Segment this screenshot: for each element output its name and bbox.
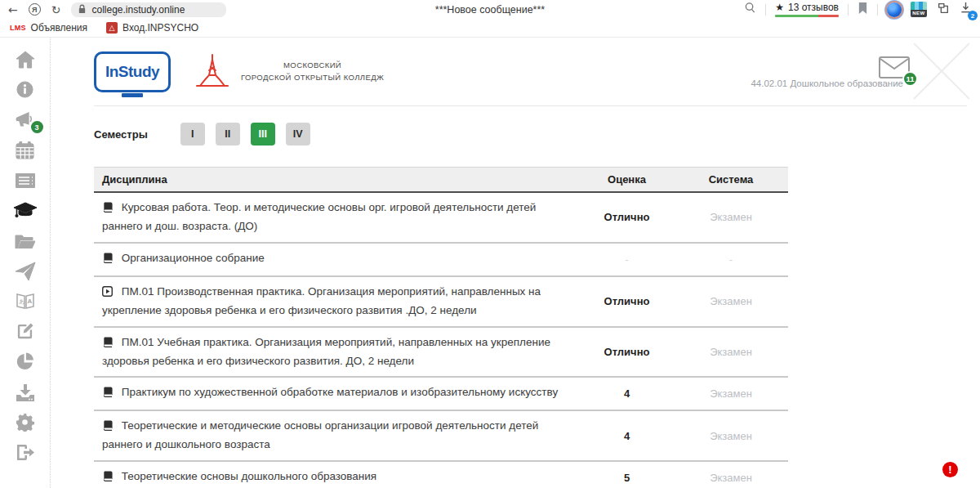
grade-cell: Отлично — [580, 204, 674, 230]
college-tower-icon — [192, 51, 233, 92]
sidebar-nav: 3 あA — [0, 38, 51, 488]
sidebar-item-info[interactable] — [13, 81, 38, 101]
refresh-button[interactable]: ↻ — [51, 4, 61, 16]
system-cell: Экзамен — [674, 289, 788, 314]
paper-plane-icon — [15, 262, 36, 284]
dictionary-icon: あA — [16, 293, 35, 314]
table-row[interactable]: Практикум по художественной обработке ма… — [94, 378, 788, 411]
program-label: 44.02.01 Дошкольное образование — [751, 78, 903, 88]
grade-cell: 5 — [580, 465, 674, 488]
book-icon — [102, 470, 113, 487]
toolbar-right: ★ 13 отзывов NEW 2 — [739, 2, 972, 18]
bookmarks-bar: LMS Объявления △ Вход.INPSYCHO — [0, 19, 980, 38]
svg-text:A: A — [27, 298, 32, 305]
close-icon[interactable] — [911, 41, 972, 101]
book-icon — [102, 336, 113, 353]
discipline-name: Курсовая работа. Теор. и методические ос… — [102, 201, 536, 232]
inpsycho-favicon: △ — [106, 22, 118, 34]
table-row[interactable]: Курсовая работа. Теор. и методические ос… — [94, 193, 788, 244]
system-cell: Экзамен — [674, 381, 788, 406]
discipline-cell: Курсовая работа. Теор. и методические ос… — [94, 193, 580, 242]
bookmark-lms[interactable]: LMS Объявления — [10, 22, 87, 34]
reviews-rating-bar — [775, 15, 839, 17]
extension-new-icon[interactable]: NEW — [911, 2, 927, 17]
sidebar-item-grades[interactable] — [13, 202, 38, 222]
edit-icon — [16, 322, 34, 344]
system-cell: Экзамен — [674, 204, 788, 230]
discipline-cell: Теоретические основы дошкольного образов… — [94, 462, 580, 488]
site-reviews-button[interactable]: ★ 13 отзывов — [775, 2, 839, 17]
address-bar[interactable]: college.instudy.online — [71, 2, 226, 17]
bookmark-label: Вход.INPSYCHO — [122, 22, 198, 34]
sidebar-item-settings[interactable] — [13, 414, 38, 434]
grade-cell: - — [580, 247, 674, 272]
star-icon: ★ — [775, 2, 784, 13]
alert-icon[interactable]: ! — [942, 462, 958, 477]
semester-button-I[interactable]: I — [180, 123, 205, 146]
pie-chart-icon — [16, 352, 34, 374]
semester-button-III[interactable]: III — [251, 123, 275, 146]
divider — [765, 4, 766, 16]
book-icon — [102, 419, 113, 437]
sidebar-item-announcements[interactable]: 3 — [13, 111, 38, 132]
collections-icon[interactable] — [936, 2, 951, 18]
instudy-logo-stand — [122, 93, 143, 97]
bookmark-label: Объявления — [31, 22, 87, 34]
discipline-cell: ПМ.01 Учебная практика. Организация меро… — [94, 328, 580, 377]
sidebar-item-messages[interactable] — [13, 262, 38, 283]
grade-cell: Отлично — [580, 339, 674, 365]
graduation-cap-icon — [13, 201, 38, 224]
table-row[interactable]: ПМ.01 Учебная практика. Организация меро… — [94, 328, 788, 378]
college-name-line1: МОСКОВСКИЙ — [241, 60, 384, 71]
announcements-badge: 3 — [31, 121, 43, 133]
discipline-cell: Практикум по художественной обработке ма… — [94, 378, 580, 410]
sidebar-item-downloads[interactable] — [13, 383, 38, 404]
semester-button-IV[interactable]: IV — [286, 123, 310, 146]
header-grade: Оценка — [580, 168, 674, 191]
semester-button-II[interactable]: II — [216, 123, 240, 146]
browser-toolbar: ← Я ↻ college.instudy.online ***Новое со… — [0, 0, 980, 19]
back-button[interactable]: ← — [8, 4, 18, 16]
download-tray-icon — [16, 383, 35, 405]
book-icon — [102, 201, 113, 218]
search-icon[interactable] — [744, 2, 756, 17]
header-system: Система — [674, 168, 788, 191]
extension-art — [911, 2, 927, 10]
bookmark-flag-icon[interactable] — [858, 2, 868, 18]
sidebar-item-translate[interactable]: あA — [13, 293, 38, 313]
sidebar-item-calendar[interactable] — [13, 141, 38, 162]
sidebar-item-statistics[interactable] — [13, 353, 38, 374]
semester-switcher: Семестры IIIIIIIV — [94, 123, 980, 146]
divider — [877, 4, 878, 16]
system-cell: Экзамен — [674, 465, 788, 488]
play-icon — [102, 285, 113, 302]
downloads-badge: 2 — [968, 11, 978, 20]
page-header: InStudy МОСКОВСКИЙ ГОРОДСКОЙ ОТКРЫТЫЙ КО… — [94, 38, 967, 106]
college-name: МОСКОВСКИЙ ГОРОДСКОЙ ОТКРЫТЫЙ КОЛЛЕДЖ — [241, 60, 384, 83]
instudy-logo[interactable]: InStudy — [94, 51, 171, 92]
url-text: college.instudy.online — [91, 4, 185, 16]
semesters-label: Семестры — [94, 128, 148, 141]
sidebar-item-home[interactable] — [13, 51, 38, 71]
bookmark-inpsycho[interactable]: △ Вход.INPSYCHO — [106, 22, 198, 34]
table-row[interactable]: Теоретические основы дошкольного образов… — [94, 462, 788, 488]
app-window: 3 あA — [0, 38, 980, 488]
sidebar-item-logout[interactable] — [13, 444, 38, 464]
sidebar-item-journal[interactable] — [13, 172, 38, 192]
college-logo: МОСКОВСКИЙ ГОРОДСКОЙ ОТКРЫТЫЙ КОЛЛЕДЖ — [192, 51, 384, 92]
grades-table-header: Дисциплина Оценка Система — [94, 167, 788, 193]
grades-table: Дисциплина Оценка Система Курсовая работ… — [94, 167, 788, 488]
system-cell: - — [674, 247, 788, 272]
table-row[interactable]: Теоретические и методические основы орга… — [94, 411, 788, 462]
table-row[interactable]: ПМ.01 Производственная практика. Организ… — [94, 277, 788, 328]
browser-home-button[interactable]: Я — [29, 3, 41, 16]
reviews-label: 13 отзывов — [788, 2, 839, 13]
browser-profile-icon[interactable] — [887, 2, 902, 17]
sidebar-item-files[interactable] — [13, 232, 38, 253]
sidebar-item-edit[interactable] — [13, 323, 38, 343]
downloads-button[interactable]: 2 — [960, 2, 972, 17]
grade-cell: Отлично — [580, 289, 674, 314]
semester-buttons: IIIIIIIV — [180, 123, 310, 146]
table-row[interactable]: Организационное собрание - - — [94, 244, 788, 277]
discipline-name: ПМ.01 Производственная практика. Организ… — [102, 285, 541, 316]
